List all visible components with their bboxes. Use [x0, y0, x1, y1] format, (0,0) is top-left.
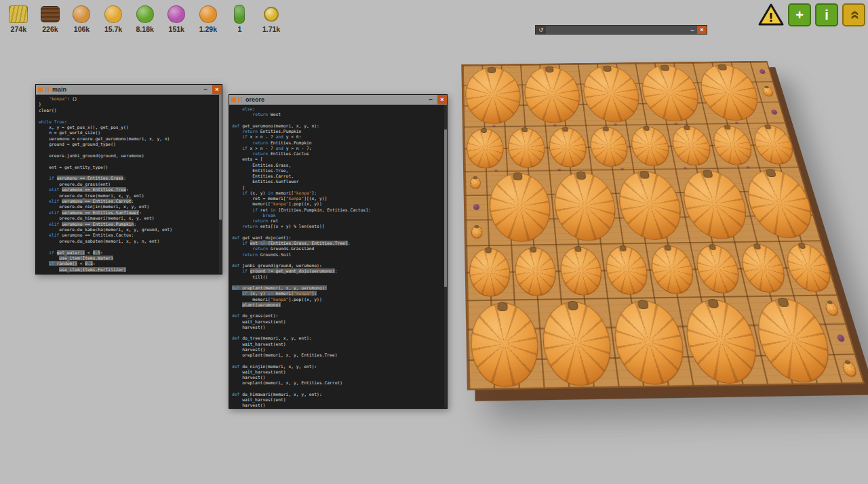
pause-icon[interactable]: [45, 87, 49, 92]
pumpkin-ridges: [693, 245, 743, 292]
pumpkin: [841, 361, 858, 378]
minimized-window-titlebar[interactable]: ↺ – ×: [535, 25, 707, 35]
pumpkin-stem-icon: [637, 300, 649, 309]
pumpkin: [709, 125, 756, 165]
pumpkin: [749, 125, 797, 165]
resource-count: 226k: [42, 25, 58, 33]
pumpkin: [628, 126, 672, 166]
resource-count: 1.29k: [199, 25, 217, 33]
pumpkin: [692, 244, 743, 293]
pumpkin: [488, 173, 553, 242]
window-titlebar[interactable]: oreore – ×: [229, 95, 447, 105]
resource-count: 151k: [169, 25, 184, 33]
pumpkin-stem-icon: [545, 66, 554, 72]
pumpkin-stem-icon: [703, 170, 713, 178]
close-button[interactable]: ×: [212, 85, 222, 94]
resource-bar: 274k226k106k15.7k8.18k151k1.29k11.71k: [3, 4, 287, 33]
info-button[interactable]: i: [815, 3, 838, 26]
pumpkin-stem-icon: [827, 301, 833, 304]
resource-count: 8.18k: [136, 25, 154, 33]
pumpkin: [695, 64, 764, 121]
close-button[interactable]: ×: [437, 95, 447, 104]
pumpkin-stem-icon: [707, 298, 719, 308]
pumpkin-ridges: [681, 300, 763, 384]
pumpkin: [551, 172, 620, 241]
scrollbar-thumb[interactable]: [444, 129, 447, 287]
pumpkin-ridges: [738, 244, 789, 291]
pumpkin: [580, 66, 643, 123]
pumpkin-ridges: [629, 127, 671, 166]
pumpkin-stem-icon: [845, 361, 850, 365]
scrollbar[interactable]: [219, 95, 222, 273]
pumpkin-stem-icon: [602, 65, 611, 71]
pumpkin-ridges: [678, 171, 752, 239]
pumpkin-stem-icon: [475, 225, 479, 228]
resource-weird-substance: 151k: [161, 4, 193, 33]
fast-forward-button[interactable]: »: [842, 3, 865, 26]
scrollbar[interactable]: [444, 105, 447, 407]
power-icon: [136, 5, 154, 23]
code-editor[interactable]: "konpa": {}}clear() while True: x, y = g…: [36, 94, 218, 274]
pumpkin-ridges: [842, 362, 857, 376]
scrollbar-thumb[interactable]: [219, 95, 222, 220]
pumpkin-ridges: [638, 65, 703, 121]
pumpkin: [824, 302, 840, 317]
pumpkin-stem-icon: [576, 172, 587, 179]
code-editor[interactable]: else: return West def get_uerumono(memor…: [229, 104, 443, 408]
pumpkin-ridges: [548, 128, 587, 167]
pumpkin: [648, 245, 697, 294]
stop-icon[interactable]: [38, 87, 43, 92]
pumpkin-ridges: [580, 66, 642, 122]
double-chevron-up-icon: »: [846, 10, 862, 19]
pumpkin-ridges: [710, 126, 755, 165]
pumpkin-ridges: [696, 64, 764, 121]
pumpkin-stem-icon: [765, 169, 776, 176]
cactus-icon: [234, 5, 245, 24]
pumpkin-sprout: [836, 335, 845, 342]
pumpkin-ridges: [611, 300, 689, 384]
resource-wood: 226k: [35, 4, 66, 33]
warning-button[interactable]: !: [758, 3, 784, 26]
close-button[interactable]: ×: [697, 26, 707, 34]
pumpkin-ridges: [615, 172, 686, 239]
pumpkin-ridges: [783, 243, 835, 291]
pumpkin-ridges: [489, 174, 552, 242]
pumpkin-ridges: [540, 302, 614, 386]
pumpkin-ridges: [469, 248, 511, 296]
stop-icon[interactable]: [231, 98, 236, 102]
pumpkin: [507, 128, 546, 168]
gold-icon: [264, 7, 279, 22]
pumpkin: [637, 65, 704, 122]
pumpkin: [471, 226, 483, 239]
restore-icon: ↺: [536, 26, 546, 34]
code-window-oreore: oreore – × else: return West def get_uer…: [229, 94, 448, 409]
pumpkin-ridges: [648, 245, 696, 293]
pumpkin: [762, 86, 774, 96]
pumpkin-stem-icon: [717, 64, 727, 70]
pumpkin: [547, 127, 589, 167]
sunflower-icon: [199, 5, 217, 23]
pumpkin: [680, 299, 764, 384]
window-titlebar[interactable]: main – ×: [36, 85, 222, 95]
resource-cactus: 1: [224, 4, 256, 33]
add-window-button[interactable]: +: [788, 3, 811, 26]
topbar-controls: ! + i »: [758, 3, 865, 26]
minimize-button[interactable]: –: [426, 95, 435, 104]
pumpkin-ridges: [465, 67, 521, 123]
pumpkin: [781, 243, 835, 291]
pumpkin: [558, 246, 604, 296]
pumpkin-ridges: [751, 125, 797, 164]
pumpkin: [614, 171, 686, 240]
pause-icon[interactable]: [238, 97, 242, 102]
minimize-button[interactable]: –: [201, 85, 210, 94]
pumpkin-ridges: [507, 128, 545, 167]
pumpkin-sprout: [473, 204, 479, 210]
warning-icon: !: [758, 3, 784, 26]
window-title: main: [52, 86, 199, 93]
pumpkin-stem-icon: [660, 64, 669, 70]
carrot-icon: [73, 5, 90, 23]
minimize-button[interactable]: –: [688, 26, 697, 34]
pumpkin-ridges: [604, 246, 650, 294]
svg-text:!: !: [768, 11, 774, 24]
farm-view[interactable]: [461, 61, 865, 390]
